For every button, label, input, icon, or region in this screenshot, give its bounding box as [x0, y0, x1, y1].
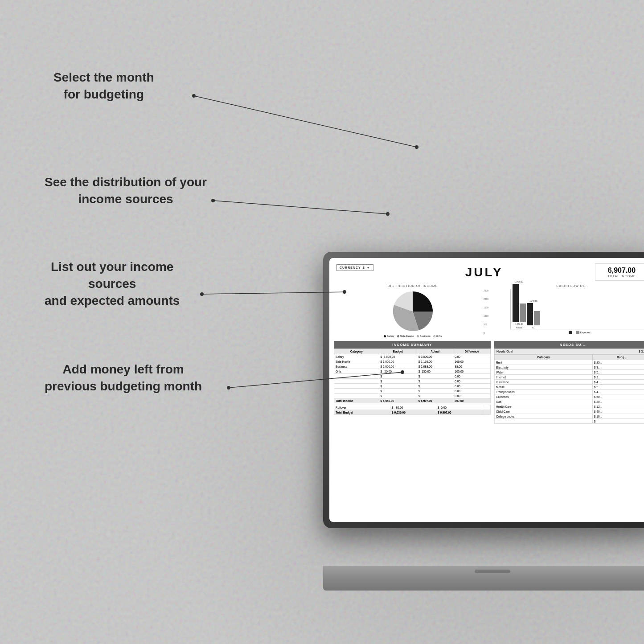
bar-group-needs: 2,490.00 1,062.60 Needs — [513, 281, 526, 329]
total-income-box: 6,907.00 TOTAL INCOME — [595, 263, 644, 281]
svg-point-10 — [227, 386, 230, 390]
total-budget-row: Total Budget $ 6,630.00 $ 6,907.00 — [334, 410, 491, 415]
income-cat-salary: Salary — [334, 354, 379, 359]
table-row: Gas$ 20... — [495, 399, 644, 404]
table-row: Water$ 5... — [495, 370, 644, 375]
bar-group-wants: 1,249.85 W... — [527, 300, 540, 329]
income-diff-business: 88.00 — [453, 364, 491, 369]
svg-line-3 — [213, 201, 388, 214]
table-row: Groceries$ 50... — [495, 394, 644, 399]
table-row: Side Hustle $ 1,000.00 $ 1,169.00 169.00 — [334, 359, 491, 364]
total-income-amount: 6,907.00 — [601, 267, 643, 275]
laptop: CURRENCY $ ▼ JULY 6,907.00 TOTAL IN — [301, 252, 644, 591]
income-actual-gifts: $ 150.00 — [417, 369, 453, 374]
income-actual-sidehustle: $ 1,169.00 — [417, 359, 453, 364]
bar-legend-actual — [569, 331, 573, 334]
currency-label: CURRENCY — [340, 266, 361, 269]
bar-chart-legend: Expected — [510, 331, 644, 334]
table-row: $ $ 0.00 — [334, 374, 491, 379]
income-actual-salary: $ 3,500.00 — [417, 354, 453, 359]
income-total-row: Total Income $ 6,550.00 $ 6,907.00 357.0… — [334, 398, 491, 403]
rollover-table: Rollover $ 80.00 $ 0.00 Total Budget $ 6… — [334, 405, 491, 415]
income-dist-title: DISTRIBUTION OF INCOME — [336, 284, 489, 287]
bar-chart-section: CASH FLOW DI... 0 500 1000 1500 2000 250… — [496, 284, 644, 337]
needs-col-budget: Budg... — [592, 355, 644, 360]
y-axis-labels: 0 500 1000 1500 2000 2500 — [484, 289, 488, 334]
laptop-base — [323, 566, 644, 591]
col-difference: Difference — [453, 349, 491, 354]
col-category: Category — [334, 349, 379, 354]
table-row: Internet$ 2... — [495, 375, 644, 380]
income-diff-gifts: 100.00 — [453, 369, 491, 374]
svg-point-7 — [200, 292, 204, 296]
income-table-title: INCOME SUMMARY — [334, 341, 491, 349]
table-row: College books$ 10... — [495, 414, 644, 419]
spreadsheet: CURRENCY $ ▼ JULY 6,907.00 TOTAL IN — [329, 258, 644, 522]
total-income-label: TOTAL INCOME — [601, 275, 643, 278]
needs-table-title: NEEDS SU... — [494, 341, 644, 349]
svg-point-4 — [211, 199, 215, 202]
income-budget-gifts: $ 50.00 — [379, 369, 417, 374]
month-title: JULY — [381, 263, 588, 279]
income-diff-salary: 0.00 — [453, 354, 491, 359]
bar-needs-expected — [520, 304, 526, 322]
svg-point-1 — [192, 94, 196, 98]
annotation-rollover: Add money left from previous budgeting m… — [45, 361, 202, 395]
needs-header-row: Category Budg... — [495, 355, 644, 360]
bar-pair-wants — [527, 303, 540, 325]
laptop-screen-content: CURRENCY $ ▼ JULY 6,907.00 TOTAL IN — [329, 258, 644, 522]
table-row: Insurance$ 4... — [495, 380, 644, 385]
annotation-select-month: Select the month for budgeting — [53, 69, 154, 103]
currency-dropdown-icon[interactable]: ▼ — [367, 266, 370, 269]
rollover-row: Rollover $ 80.00 $ 0.00 — [334, 405, 491, 410]
needs-table: NEEDS SU... Needs Goal $ 3,315 Category — [494, 341, 644, 520]
table-row: Mobile$ 2... — [495, 385, 644, 390]
svg-point-2 — [415, 145, 418, 149]
table-row: $ $ 0.00 — [334, 389, 491, 394]
pie-chart-section: DISTRIBUTION OF INCOME — [336, 284, 489, 337]
sheet-header: CURRENCY $ ▼ JULY 6,907.00 TOTAL IN — [329, 258, 644, 284]
income-diff-sidehustle: 169.00 — [453, 359, 491, 364]
rollover-diff — [482, 405, 490, 410]
bar-label-wants: W... — [532, 326, 536, 329]
needs-summary-table: Category Budg... Rent$ 85... Electricity… — [494, 354, 644, 424]
table-row: Rent$ 85... — [495, 360, 644, 365]
bar-swatch-actual — [569, 331, 572, 334]
bar-wants-actual — [527, 303, 533, 325]
table-row: Transportation$ 4... — [495, 390, 644, 394]
total-income-label-cell: Total Income — [334, 398, 379, 403]
income-cat-sidehustle: Side Hustle — [334, 359, 379, 364]
needs-goal-header: Needs Goal $ 3,315 — [494, 349, 644, 354]
income-budget-salary: $ 3,500.00 — [379, 354, 417, 359]
rollover-actual: $ 0.00 — [436, 405, 482, 410]
table-row: Electricity$ 8... — [495, 365, 644, 370]
income-actual-business: $ 2,088.00 — [417, 364, 453, 369]
annotation-income-dist: See the distribution of your income sour… — [45, 174, 207, 208]
bar-needs-actual — [513, 284, 519, 322]
svg-point-5 — [386, 212, 390, 216]
currency-box[interactable]: CURRENCY $ ▼ — [336, 264, 373, 271]
charts-row: DISTRIBUTION OF INCOME — [329, 284, 644, 337]
bar-legend-expected: Expected — [576, 331, 591, 334]
table-row: Health Care$ 12... — [495, 404, 644, 409]
total-income-budget: $ 6,550.00 — [379, 398, 417, 403]
bar-wants-expected — [534, 311, 540, 325]
table-row: Gifts $ 50.00 $ 150.00 100.00 — [334, 369, 491, 374]
currency-value: $ — [363, 266, 365, 269]
income-table: INCOME SUMMARY Category Budget Actual Di… — [334, 341, 491, 520]
bar-chart-inner: 2,490.00 1,062.60 Needs — [510, 289, 644, 329]
bar-label-needs: Needs — [516, 326, 522, 329]
income-budget-business: $ 2,000.00 — [379, 364, 417, 369]
bar-pair-needs — [513, 284, 526, 322]
laptop-screen-bezel: CURRENCY $ ▼ JULY 6,907.00 TOTAL IN — [329, 258, 644, 522]
table-row: $ — [495, 419, 644, 424]
table-row: Child Care$ 40... — [495, 409, 644, 414]
table-row: $ $ 0.00 — [334, 379, 491, 384]
income-budget-sidehustle: $ 1,000.00 — [379, 359, 417, 364]
laptop-screen-outer: CURRENCY $ ▼ JULY 6,907.00 TOTAL IN — [323, 252, 644, 528]
svg-line-0 — [194, 96, 417, 147]
rollover-label: Rollover — [334, 405, 390, 410]
total-income-actual: $ 6,907.00 — [417, 398, 453, 403]
total-budget-label: Total Budget — [334, 410, 390, 415]
rollover-section: Rollover $ 80.00 $ 0.00 Total Budget $ 6… — [334, 405, 491, 415]
